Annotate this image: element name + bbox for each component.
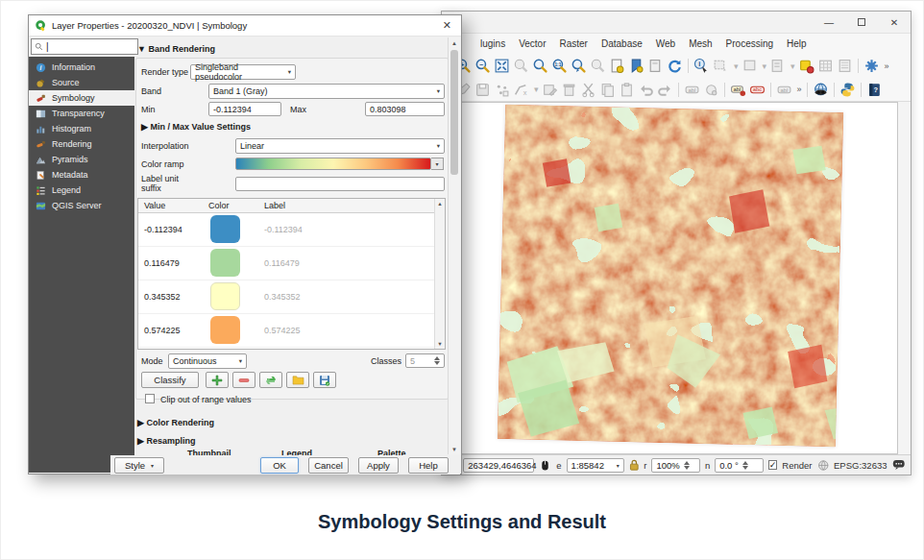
table-row[interactable]: -0.112394 -0.112394 xyxy=(138,213,445,247)
messages-icon[interactable] xyxy=(892,459,905,471)
load-color-map-button[interactable] xyxy=(286,372,309,388)
value-column-header[interactable]: Value xyxy=(138,201,208,210)
color-swatch[interactable] xyxy=(210,282,240,310)
resampling-section-header[interactable]: ▶ Resampling xyxy=(137,436,195,446)
label-column-header[interactable]: Label xyxy=(252,201,445,210)
mode-combobox[interactable]: Continuous▾ xyxy=(168,353,247,369)
select-dropdown-arrow-icon[interactable]: ▾ xyxy=(734,61,739,71)
select-features-icon[interactable] xyxy=(713,58,729,74)
paste-features-icon[interactable] xyxy=(619,82,635,98)
copy-features-icon[interactable] xyxy=(599,82,616,98)
python-console-icon[interactable] xyxy=(839,82,856,98)
scroll-down-icon[interactable]: ▼ xyxy=(449,444,460,454)
table-row[interactable]: 0.574225 0.574225 xyxy=(138,314,445,348)
zoom-to-layer-icon[interactable] xyxy=(532,58,548,74)
sidebar-item-metadata[interactable]: Metadata xyxy=(29,167,134,183)
menu-plugins[interactable]: lugins xyxy=(480,38,505,49)
spin-down-icon[interactable] xyxy=(434,361,440,365)
scrollbar-thumb[interactable] xyxy=(450,50,458,175)
zoom-to-selection-icon[interactable] xyxy=(513,58,529,74)
spin-down-icon[interactable] xyxy=(742,466,748,470)
dialog-close-icon[interactable]: ✕ xyxy=(439,19,455,32)
spin-up-icon[interactable] xyxy=(434,356,440,360)
sidebar-item-pyramids[interactable]: Pyramids xyxy=(29,152,134,167)
undo-icon[interactable] xyxy=(638,82,654,98)
new-map-view-icon[interactable] xyxy=(647,58,664,74)
classes-spinbox[interactable]: 5 xyxy=(405,353,445,368)
modify-attributes-icon[interactable] xyxy=(542,82,558,98)
crs-globe-icon[interactable] xyxy=(817,459,830,472)
min-input[interactable]: -0.112394 xyxy=(208,102,281,116)
deselect-dropdown-arrow-icon[interactable]: ▾ xyxy=(763,61,767,71)
menu-raster[interactable]: Raster xyxy=(560,38,588,49)
menu-processing[interactable]: Processing xyxy=(726,38,773,49)
sidebar-item-information[interactable]: i Information xyxy=(29,60,134,75)
sidebar-item-histogram[interactable]: Histogram xyxy=(29,121,134,136)
minimize-button[interactable]: — xyxy=(813,12,845,33)
identify-features-icon[interactable]: i xyxy=(693,58,710,74)
map-canvas[interactable] xyxy=(448,102,898,454)
label-unit-suffix-input[interactable] xyxy=(235,177,445,191)
pin-labels-icon[interactable]: abl xyxy=(730,82,746,98)
magnifier-spinbox[interactable]: 100% xyxy=(651,458,699,473)
zoom-full-extent-icon[interactable] xyxy=(494,58,510,74)
color-ramp-dropdown-icon[interactable]: ▾ xyxy=(431,158,444,170)
help-contents-icon[interactable]: ? xyxy=(866,82,883,98)
osm-place-search-icon[interactable] xyxy=(813,82,829,98)
menu-web[interactable]: Web xyxy=(656,38,675,49)
save-edits-icon[interactable] xyxy=(474,82,491,98)
render-type-combobox[interactable]: Singleband pseudocolor▾ xyxy=(190,64,296,80)
maximize-button[interactable] xyxy=(845,12,878,33)
highlight-labels-icon[interactable]: abc xyxy=(749,82,766,98)
sidebar-item-qgis-server[interactable]: QGIS Server xyxy=(29,198,134,213)
menu-help[interactable]: Help xyxy=(787,38,807,49)
delete-selected-icon[interactable] xyxy=(561,82,577,98)
zoom-last-icon[interactable] xyxy=(571,58,587,74)
menu-database[interactable]: Database xyxy=(601,38,643,49)
close-button[interactable]: ✕ xyxy=(878,12,911,33)
scroll-up-icon[interactable]: ▲ xyxy=(435,199,445,208)
sidebar-item-legend[interactable]: Legend xyxy=(29,183,134,198)
toolbar-overflow-icon[interactable]: » xyxy=(885,61,889,71)
sidebar-item-rendering[interactable]: Rendering xyxy=(29,136,134,152)
processing-toolbox-icon[interactable] xyxy=(863,58,880,74)
color-column-header[interactable]: Color xyxy=(208,201,252,210)
show-bookmarks-icon[interactable] xyxy=(628,58,644,74)
new-bookmark-icon[interactable] xyxy=(609,58,625,74)
properties-search-input[interactable]: | xyxy=(31,38,138,55)
table-scrollbar[interactable]: ▲ ▼ xyxy=(434,199,445,349)
spin-up-icon[interactable] xyxy=(684,461,690,465)
save-color-map-button[interactable] xyxy=(313,372,336,388)
cut-features-icon[interactable] xyxy=(580,82,596,98)
menu-vector[interactable]: Vector xyxy=(519,38,546,49)
layer-labeling-icon[interactable]: abl xyxy=(684,82,700,98)
band-combobox[interactable]: Band 1 (Gray)▾ xyxy=(208,84,445,99)
lock-scale-icon[interactable] xyxy=(629,459,640,471)
zoom-next-icon[interactable] xyxy=(590,58,606,74)
help-button[interactable]: Help xyxy=(408,457,449,474)
classify-button[interactable]: Classify xyxy=(141,372,199,388)
table-row[interactable]: 0.345352 0.345352 xyxy=(138,280,445,314)
sidebar-item-transparency[interactable]: Transparency xyxy=(29,106,134,121)
style-button[interactable]: Style▾ xyxy=(114,457,164,474)
color-swatch[interactable] xyxy=(210,316,240,344)
temporal-controller-icon[interactable] xyxy=(798,58,815,74)
table-row[interactable]: 0.116479 0.116479 xyxy=(138,247,445,280)
clip-out-of-range-checkbox[interactable] xyxy=(145,394,155,403)
color-swatch[interactable] xyxy=(210,215,240,243)
scale-combobox[interactable]: 1:85842▾ xyxy=(567,458,624,473)
color-map-table[interactable]: Value Color Label -0.112394 -0.112394 0.… xyxy=(137,198,446,350)
zoom-out-icon[interactable]: − xyxy=(474,58,491,74)
select-by-form-icon[interactable] xyxy=(769,58,786,74)
remove-value-button[interactable] xyxy=(232,372,255,388)
vertex-dropdown-arrow-icon[interactable]: ▾ xyxy=(534,85,539,94)
zoom-native-icon[interactable]: 1:1 xyxy=(551,58,568,74)
invert-ramp-button[interactable] xyxy=(259,372,282,388)
refresh-icon[interactable] xyxy=(667,58,683,74)
move-label-icon[interactable]: abl xyxy=(776,82,792,98)
color-ramp-preview[interactable] xyxy=(235,158,431,170)
cancel-button[interactable]: Cancel xyxy=(308,457,349,474)
spin-down-icon[interactable] xyxy=(684,466,690,470)
render-checkbox[interactable]: ✓ xyxy=(768,460,778,470)
scroll-down-icon[interactable]: ▼ xyxy=(435,339,445,349)
